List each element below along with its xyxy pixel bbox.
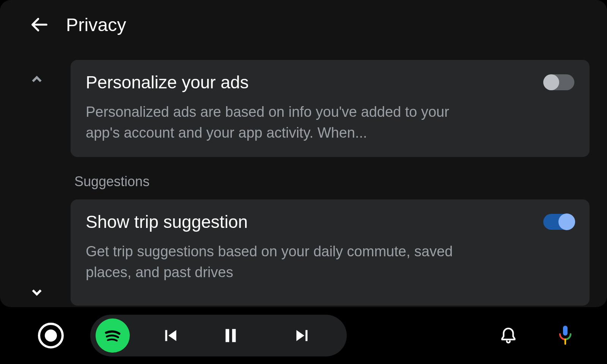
chevron-down-icon [30,285,44,299]
mic-icon [556,325,574,346]
svg-rect-0 [226,329,230,342]
media-controls [90,315,347,356]
back-button[interactable] [29,14,51,36]
home-button[interactable] [38,323,64,348]
skip-next-icon [293,326,312,345]
setting-title: Show trip suggestion [86,212,248,232]
scroll-down-button[interactable] [29,284,44,300]
trip-suggestion-toggle[interactable] [543,214,574,230]
play-pause-button[interactable] [208,320,253,351]
setting-trip-suggestion[interactable]: Show trip suggestion Get trip suggestion… [71,199,590,306]
setting-description: Get trip suggestions based on your daily… [86,241,484,283]
bell-icon [499,326,518,345]
spotify-icon [101,324,124,347]
setting-description: Personalized ads are based on info you'v… [86,102,484,143]
setting-personalize-ads[interactable]: Personalize your ads Personalized ads ar… [71,60,590,157]
notifications-button[interactable] [497,324,520,347]
settings-list: Personalize your ads Personalized ads ar… [71,60,590,307]
skip-previous-icon [160,326,179,345]
toggle-knob [558,213,575,230]
next-track-button[interactable] [280,320,326,351]
chevron-up-icon [30,73,44,86]
toggle-knob [543,74,559,90]
system-bottom-bar [0,307,607,364]
header: Privacy [0,0,607,49]
svg-rect-1 [232,329,236,342]
page-title: Privacy [66,14,126,35]
pause-icon [222,327,239,344]
previous-track-button[interactable] [147,320,193,351]
scroll-indicator [27,72,46,300]
settings-surface: Privacy Personalize your ads Personalize… [0,0,607,307]
media-app-icon[interactable] [96,318,130,353]
assistant-mic-button[interactable] [554,324,577,347]
scroll-up-button[interactable] [29,72,44,87]
section-label-suggestions: Suggestions [74,174,590,190]
personalize-ads-toggle[interactable] [543,74,574,90]
arrow-left-icon [30,15,50,35]
setting-title: Personalize your ads [86,72,249,93]
svg-rect-2 [563,326,568,336]
